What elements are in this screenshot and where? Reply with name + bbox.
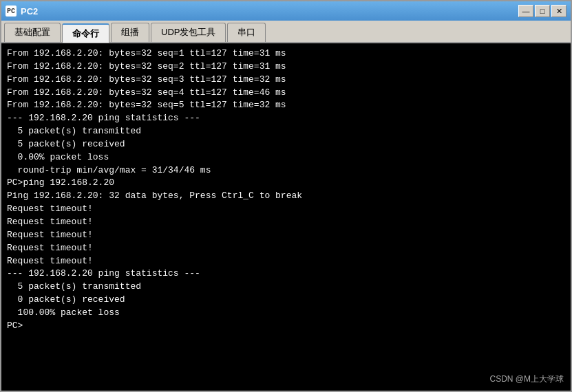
terminal-line: From 192.168.2.20: bytes=32 seq=3 ttl=12… [7,74,565,87]
terminal-line: From 192.168.2.20: bytes=32 seq=1 ttl=12… [7,47,565,61]
terminal-line: round-trip min/avg/max = 31/34/46 ms [7,164,565,177]
window-icon: PC [6,6,17,17]
watermark: CSDN @M上大学球 [489,373,564,385]
window-title: PC2 [21,6,38,17]
maximize-button[interactable]: □ [535,5,550,17]
title-bar-left: PC PC2 [6,6,38,17]
terminal-line: Ping 192.168.2.20: 32 data bytes, Press … [7,190,565,203]
close-button[interactable]: ✕ [551,5,566,17]
terminal-output[interactable]: From 192.168.2.20: bytes=32 seq=1 ttl=12… [1,43,571,391]
tab-command-line[interactable]: 命令行 [62,23,109,43]
tab-multicast[interactable]: 组播 [111,23,149,42]
tab-bar: 基础配置 命令行 组播 UDP发包工具 串口 [1,21,571,43]
terminal-line: Request timeout! [7,216,565,229]
terminal-line: 0.00% packet loss [7,151,565,164]
title-bar: PC PC2 — □ ✕ [1,1,571,21]
terminal-line: Request timeout! [7,242,565,255]
tab-udp-tool[interactable]: UDP发包工具 [151,23,226,42]
terminal-line: PC>ping 192.168.2.20 [7,177,565,190]
terminal-line: --- 192.168.2.20 ping statistics --- [7,268,565,281]
terminal-line: 5 packet(s) transmitted [7,125,565,138]
main-window: PC PC2 — □ ✕ 基础配置 命令行 组播 UDP发包工具 串口 From… [0,0,572,392]
tab-serial[interactable]: 串口 [227,23,266,42]
terminal-line: PC> [7,320,565,333]
terminal-line: Request timeout! [7,203,565,216]
terminal-line: 5 packet(s) received [7,138,565,151]
terminal-line: From 192.168.2.20: bytes=32 seq=4 ttl=12… [7,87,565,100]
terminal-line: From 192.168.2.20: bytes=32 seq=2 ttl=12… [7,61,565,74]
terminal-line: Request timeout! [7,229,565,242]
window-controls: — □ ✕ [518,5,566,17]
terminal-line: 0 packet(s) received [7,294,565,307]
tab-basic-config[interactable]: 基础配置 [4,23,61,42]
terminal-line: 5 packet(s) transmitted [7,281,565,294]
terminal-line: From 192.168.2.20: bytes=32 seq=5 ttl=12… [7,99,565,112]
terminal-line: Request timeout! [7,255,565,268]
minimize-button[interactable]: — [518,5,533,17]
terminal-line: 100.00% packet loss [7,307,565,320]
terminal-line: --- 192.168.2.20 ping statistics --- [7,112,565,125]
